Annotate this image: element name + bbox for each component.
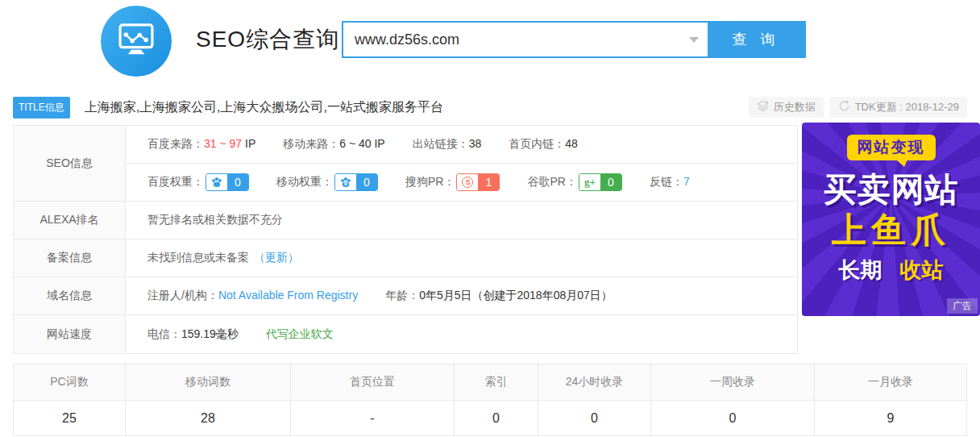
telecom-speed: 电信：159.19毫秒 [147,327,239,342]
col-header-24h: 24小时收录 [538,364,651,401]
search-bar: 查 询 [342,21,806,58]
backlinks-count-link[interactable]: 7 [683,175,690,188]
baidu-weight: 百度权重： 0 [147,173,249,191]
domain-content: 注册人/机构：Not Available From Registry 年龄：0年… [126,277,797,314]
keyword-stats-table: PC词数 移动词数 首页位置 索引 24小时收录 一周收录 一月收录 25 28… [13,364,967,436]
value-home-position: - [291,401,455,435]
title-info-badge: TITLE信息 [13,97,70,119]
baidu-paw-icon [206,174,227,190]
row-label-domain: 域名信息 [14,277,126,314]
seo-query-page: SEO综合查询 查 询 TITLE信息 上海搬家,上海搬家公司,上海大众搬场公司… [0,0,980,437]
table-row-beian: 备案信息 未找到信息或未备案 （更新） [14,239,797,277]
homepage-internal-links: 首页内链：48 [509,137,578,152]
stats-value-row: 25 28 - 0 0 0 9 [14,401,966,435]
table-row-speed: 网站速度 电信：159.19毫秒 代写企业软文 [14,315,797,353]
page-title: SEO综合查询 [196,24,339,55]
chevron-down-icon [689,37,699,43]
outbound-links: 出站链接：38 [413,137,482,152]
query-button[interactable]: 查 询 [708,23,804,56]
table-row-domain: 域名信息 注册人/机构：Not Available From Registry … [14,277,797,315]
row-label-speed: 网站速度 [14,315,126,353]
speed-content: 电信：159.19毫秒 代写企业软文 [126,315,797,353]
tdk-update-label: TDK更新 : 2018-12-29 [855,100,959,114]
refresh-icon [838,100,850,114]
domain-age: 年龄：0年5月5日（创建于2018年08月07日） [385,289,612,303]
mobile-traffic: 移动来路：6 ~ 40 IP [283,137,384,152]
beian-update-link[interactable]: （更新） [254,251,299,265]
seo-weight-line: 百度权重： 0 移动权重： [126,164,797,202]
col-header-week: 一周收录 [651,364,815,401]
url-dropdown-toggle[interactable] [680,23,708,56]
google-pr: 谷歌PR： g+ 0 [527,173,621,191]
monitor-chart-icon [113,16,160,66]
ad-line1: 买卖网站 [824,172,959,208]
value-index: 0 [455,401,538,435]
value-week: 0 [651,401,815,435]
url-input[interactable] [343,23,680,56]
alexa-content: 暂无排名或相关数据不充分 [126,202,797,239]
seo-row-content: 百度来路：31 ~ 97 IP 移动来路：6 ~ 40 IP 出站链接：38 首… [126,126,797,201]
baidu-weight-badge[interactable]: 0 [206,173,249,191]
history-data-button[interactable]: 历史数据 [749,97,824,118]
sogou-pr: 搜狗PR： S 1 [405,173,500,191]
col-header-index: 索引 [455,364,538,401]
sogou-icon: S [457,174,478,190]
history-data-label: 历史数据 [774,100,816,114]
ad-tag-label: 广告 [947,298,978,314]
ad-line3: 长期收站 [839,256,944,285]
beian-content: 未找到信息或未备案 （更新） [126,239,797,277]
site-title-text: 上海搬家,上海搬家公司,上海大众搬场公司,一站式搬家服务平台 [85,99,742,116]
col-header-month: 一月收录 [815,364,966,401]
value-mobile-words: 28 [126,401,291,435]
promo-link[interactable]: 代写企业软文 [266,327,334,342]
col-header-home-position: 首页位置 [291,364,455,401]
registrant-link[interactable]: Not Available From Registry [218,289,358,302]
tdk-update-button[interactable]: TDK更新 : 2018-12-29 [830,97,967,118]
col-header-pc-words: PC词数 [14,364,126,401]
value-24h: 0 [538,401,651,435]
svg-text:M: M [344,182,347,186]
row-label-seo: SEO信息 [14,126,126,201]
sogou-pr-badge[interactable]: S 1 [456,173,500,191]
baidu-paw-m-icon: M [335,174,356,190]
google-plus-icon: g+ [579,174,600,190]
mobile-weight: 移动权重： M 0 [276,173,378,191]
table-row-alexa: ALEXA排名 暂无排名或相关数据不充分 [14,202,797,239]
ad-line2: 上鱼爪 [832,211,950,249]
seo-info-table: SEO信息 百度来路：31 ~ 97 IP 移动来路：6 ~ 40 IP 出站链… [13,125,798,354]
site-logo [101,6,172,77]
beian-status-text: 未找到信息或未备案 [147,251,249,265]
backlinks: 反链：7 [650,175,690,189]
ad-banner[interactable]: 网站变现 买卖网站 上鱼爪 长期收站 广告 [802,123,980,316]
layers-icon [757,100,769,114]
seo-traffic-line: 百度来路：31 ~ 97 IP 移动来路：6 ~ 40 IP 出站链接：38 首… [126,126,797,164]
baidu-traffic: 百度来路：31 ~ 97 IP [147,137,255,152]
col-header-mobile-words: 移动词数 [126,364,291,401]
row-label-alexa: ALEXA排名 [14,202,126,239]
title-info-bar: TITLE信息 上海搬家,上海搬家公司,上海大众搬场公司,一站式搬家服务平台 历… [13,97,967,118]
stats-header-row: PC词数 移动词数 首页位置 索引 24小时收录 一周收录 一月收录 [14,364,966,401]
mobile-weight-badge[interactable]: M 0 [334,173,378,191]
google-pr-badge[interactable]: g+ 0 [579,173,622,191]
value-month: 9 [815,401,966,435]
value-pc-words: 25 [14,401,126,435]
registrant: 注册人/机构：Not Available From Registry [147,289,358,303]
table-row-seo: SEO信息 百度来路：31 ~ 97 IP 移动来路：6 ~ 40 IP 出站链… [14,126,797,202]
row-label-beian: 备案信息 [14,239,126,277]
ad-bubble-text: 网站变现 [847,135,936,160]
